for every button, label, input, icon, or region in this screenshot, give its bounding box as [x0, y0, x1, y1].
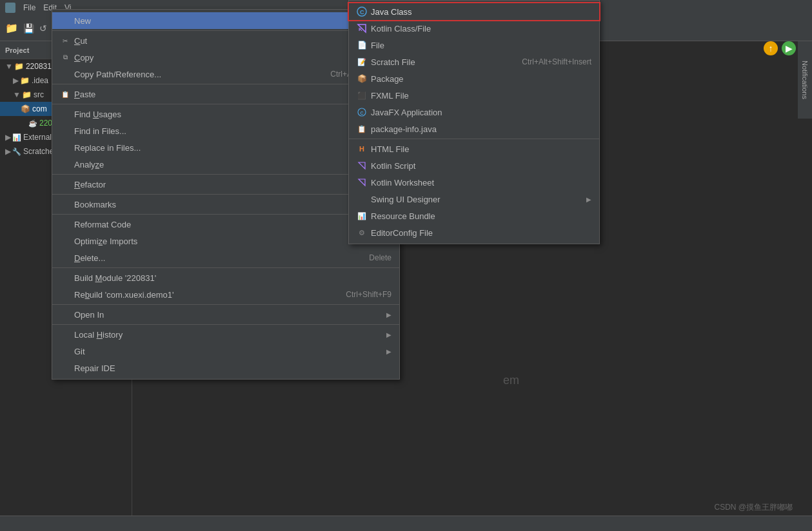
- tree-label-com: com: [32, 104, 47, 113]
- menu-item-local-history-label: Local History: [74, 330, 381, 340]
- submenu-item-editor-config[interactable]: ⚙ EditorConfig File: [349, 224, 599, 241]
- submenu-item-resource-bundle[interactable]: 📊 Resource Bundle: [349, 208, 599, 224]
- nav-btn-orange[interactable]: ↑: [764, 41, 778, 55]
- file-icon-sm: 📄: [357, 40, 367, 50]
- menu-item-git[interactable]: Git ▶: [52, 343, 399, 360]
- copy-path-icon: [60, 69, 70, 79]
- local-history-arrow-icon: ▶: [386, 331, 391, 338]
- menu-item-replace-files-label: Replace in Files...: [74, 143, 334, 153]
- menu-item-build[interactable]: Build Module '220831': [52, 269, 399, 286]
- menu-item-copy[interactable]: ⧉ Copy Ctrl+C: [52, 49, 399, 66]
- menu-item-find-files[interactable]: Find in Files... Ctrl+Shift+F: [52, 122, 399, 139]
- submenu-item-java-class[interactable]: C Java Class: [349, 3, 599, 20]
- submenu-item-html[interactable]: H HTML File: [349, 140, 599, 157]
- menu-item-repair-ide[interactable]: Repair IDE: [52, 360, 399, 376]
- notifications-tab[interactable]: Notifications: [798, 41, 812, 119]
- expand-icon-ext: ▶: [5, 133, 11, 142]
- resource-bundle-icon: 📊: [357, 211, 367, 221]
- menu-item-replace-files[interactable]: Replace in Files... Ctrl+Shift+R: [52, 139, 399, 156]
- submenu-item-file[interactable]: 📄 File: [349, 37, 599, 53]
- swing-ui-icon: [357, 194, 367, 204]
- library-icon: 📊: [12, 133, 21, 142]
- toolbar-icon-folder[interactable]: 📁: [5, 22, 18, 34]
- submenu-item-kotlin-class[interactable]: K Kotlin Class/File: [349, 20, 599, 37]
- expand-icon-idea: ▶: [13, 76, 19, 85]
- watermark: CSDN @摸鱼王胖嘟嘟: [714, 502, 793, 513]
- git-arrow-icon: ▶: [386, 348, 391, 355]
- kotlin-worksheet-icon: [357, 177, 367, 188]
- menu-item-analyze[interactable]: Analyze ▶: [52, 156, 399, 173]
- menu-item-paste[interactable]: 📋 Paste Ctrl+V: [52, 86, 399, 102]
- submenu-label-file: File: [371, 41, 591, 50]
- submenu-separator-1: [349, 139, 599, 139]
- submenu-item-javafx[interactable]: C JavaFX Application: [349, 104, 599, 121]
- menu-item-new-label: New: [74, 16, 381, 26]
- new-submenu: C Java Class K Kotlin Class/File 📄 File …: [348, 0, 600, 244]
- java-class-icon: C: [357, 6, 367, 17]
- context-menu: New ▶ ✂ Cut Ctrl+X ⧉ Copy Ctrl+C Copy Pa…: [52, 9, 400, 380]
- svg-text:C: C: [360, 9, 364, 15]
- scratch-icon: 📝: [357, 57, 367, 67]
- menu-item-repair-ide-label: Repair IDE: [74, 363, 391, 373]
- refactor-icon: [60, 179, 70, 189]
- kotlin-class-icon: K: [357, 23, 367, 34]
- submenu-item-fxml[interactable]: ⬛ FXML File: [349, 87, 599, 104]
- submenu-item-package[interactable]: 📦 Package: [349, 70, 599, 87]
- submenu-label-javafx: JavaFX Application: [371, 108, 591, 117]
- menu-item-cut[interactable]: ✂ Cut Ctrl+X: [52, 32, 399, 49]
- submenu-label-scratch: Scratch File: [371, 57, 522, 67]
- rebuild-icon: [60, 289, 70, 300]
- separator-8: [52, 304, 399, 305]
- expand-icon-scratches: ▶: [5, 147, 11, 156]
- folder-icon-com: 📦: [21, 104, 30, 113]
- submenu-label-pkg-info: package-info.java: [371, 124, 591, 134]
- local-history-icon: [60, 329, 70, 340]
- menu-item-optimize[interactable]: Optimize Imports Ctrl+Alt+O: [52, 233, 399, 249]
- open-in-icon: [60, 309, 70, 320]
- kotlin-script-icon: [357, 160, 367, 171]
- menu-item-bookmarks[interactable]: Bookmarks ▶: [52, 196, 399, 213]
- menu-item-find-usages[interactable]: Find Usages Alt+F7: [52, 106, 399, 122]
- html-icon: H: [357, 144, 367, 154]
- menu-item-local-history[interactable]: Local History ▶: [52, 326, 399, 343]
- analyze-icon: [60, 159, 70, 169]
- toolbar-icon-save[interactable]: 💾: [23, 23, 34, 34]
- menu-item-analyze-label: Analyze: [74, 160, 381, 169]
- menu-item-reformat[interactable]: Reformat Code Ctrl+Alt+L: [52, 216, 399, 233]
- submenu-item-kotlin-worksheet[interactable]: Kotlin Worksheet: [349, 174, 599, 191]
- rebuild-shortcut: Ctrl+Shift+F9: [346, 290, 391, 299]
- scratches-icon: 🔧: [12, 148, 21, 156]
- reformat-icon: [60, 219, 70, 229]
- find-files-icon: [60, 126, 70, 136]
- menu-item-delete[interactable]: Delete... Delete: [52, 249, 399, 266]
- top-right-buttons: ↑ ▶: [764, 41, 796, 55]
- toolbar-icon-refresh[interactable]: ↺: [39, 23, 47, 34]
- menu-file[interactable]: File: [23, 3, 35, 12]
- submenu-item-swing-ui[interactable]: Swing UI Designer ▶: [349, 191, 599, 208]
- svg-text:K: K: [359, 26, 362, 32]
- submenu-item-scratch[interactable]: 📝 Scratch File Ctrl+Alt+Shift+Insert: [349, 53, 599, 70]
- separator-5: [52, 194, 399, 195]
- submenu-label-fxml: FXML File: [371, 91, 591, 101]
- menu-item-refactor-label: Refactor: [74, 180, 381, 189]
- menu-item-rebuild[interactable]: Rebuild 'com.xuexi.demo1' Ctrl+Shift+F9: [52, 286, 399, 303]
- git-icon: [60, 346, 70, 356]
- menu-item-cut-label: Cut: [74, 36, 354, 46]
- submenu-label-editor-config: EditorConfig File: [371, 228, 591, 238]
- delete-shortcut: Delete: [369, 253, 391, 262]
- expand-icon-src: ▼: [13, 90, 21, 99]
- cut-icon: ✂: [60, 35, 70, 46]
- menu-item-new[interactable]: New ▶: [52, 12, 399, 29]
- svg-marker-6: [359, 162, 365, 169]
- replace-files-icon: [60, 142, 70, 153]
- build-icon: [60, 273, 70, 283]
- submenu-item-kotlin-script[interactable]: Kotlin Script: [349, 157, 599, 174]
- submenu-item-pkg-info[interactable]: 📋 package-info.java: [349, 121, 599, 137]
- expand-icon: ▼: [5, 62, 13, 71]
- menu-item-open-in[interactable]: Open In ▶: [52, 306, 399, 323]
- menu-item-copy-path[interactable]: Copy Path/Reference... Ctrl+Alt+向下箭头: [52, 66, 399, 82]
- menu-item-refactor[interactable]: Refactor ▶: [52, 176, 399, 193]
- nav-btn-green[interactable]: ▶: [782, 41, 796, 55]
- notifications-label: Notifications: [801, 61, 809, 99]
- menu-item-paste-label: Paste: [74, 90, 354, 99]
